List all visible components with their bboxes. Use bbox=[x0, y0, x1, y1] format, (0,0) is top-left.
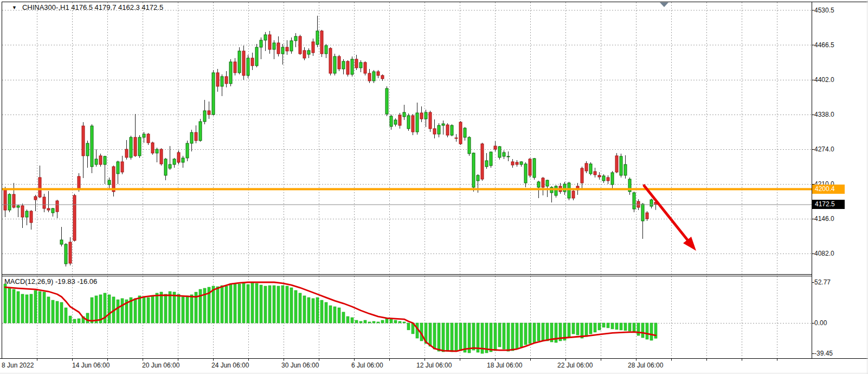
bear-candle bbox=[511, 162, 514, 165]
macd-histogram-bar bbox=[572, 323, 575, 334]
macd-histogram-bar bbox=[38, 291, 41, 323]
macd-histogram-bar bbox=[503, 323, 505, 349]
bear-candle bbox=[12, 194, 15, 207]
bull-candle bbox=[186, 143, 189, 158]
macd-histogram-bar bbox=[429, 323, 432, 346]
macd-histogram-bar bbox=[611, 323, 614, 329]
macd-histogram-bar bbox=[307, 297, 310, 323]
trend-arrow-annotation[interactable] bbox=[644, 186, 696, 251]
macd-histogram-bar bbox=[490, 323, 492, 352]
bull-candle bbox=[342, 61, 345, 69]
bull-candle bbox=[238, 51, 241, 73]
chart-dropdown-icon[interactable]: ▼ bbox=[12, 5, 17, 10]
macd-histogram-bar bbox=[312, 299, 314, 323]
macd-histogram-bar bbox=[520, 323, 523, 347]
macd-histogram-bar bbox=[242, 283, 245, 323]
bear-candle bbox=[398, 115, 401, 125]
macd-histogram-bar bbox=[650, 323, 653, 340]
macd-histogram-bar bbox=[34, 290, 37, 323]
bull-candle bbox=[8, 194, 11, 210]
bear-candle bbox=[364, 62, 367, 73]
chart-canvas[interactable] bbox=[0, 0, 868, 374]
macd-histogram-bar bbox=[151, 296, 154, 323]
time-axis-label: 14 Jun 06:00 bbox=[72, 361, 110, 370]
macd-histogram-bar bbox=[273, 286, 275, 323]
bull-candle bbox=[143, 134, 145, 137]
bull-candle bbox=[273, 43, 275, 49]
price-axis-label: 4146.0 bbox=[814, 214, 834, 223]
macd-histogram-bar bbox=[329, 306, 332, 323]
bear-candle bbox=[151, 143, 154, 153]
bear-candle bbox=[368, 73, 371, 81]
macd-axis-label: 52.77 bbox=[814, 278, 831, 287]
macd-histogram-bar bbox=[12, 289, 15, 323]
macd-histogram-bar bbox=[624, 323, 627, 331]
bull-candle bbox=[390, 116, 393, 126]
bear-candle bbox=[216, 73, 219, 86]
bear-candle bbox=[225, 77, 228, 84]
bear-candle bbox=[346, 61, 349, 74]
bull-candle bbox=[260, 40, 262, 47]
macd-histogram-bar bbox=[86, 313, 89, 323]
macd-histogram-bar bbox=[433, 323, 436, 349]
macd-histogram-bar bbox=[69, 316, 72, 323]
time-axis-label: 8 Jun 2022 bbox=[2, 361, 34, 370]
bull-candle bbox=[641, 204, 644, 221]
bear-candle bbox=[598, 175, 601, 177]
bear-candle bbox=[134, 137, 137, 156]
macd-histogram-bar bbox=[637, 323, 640, 335]
macd-histogram-bar bbox=[134, 299, 137, 323]
time-axis-label: 28 Jul 06:00 bbox=[628, 361, 663, 370]
bull-candle bbox=[394, 120, 397, 124]
bull-candle bbox=[620, 156, 622, 175]
bear-candle bbox=[56, 201, 59, 212]
chart-shift-marker-icon[interactable] bbox=[660, 3, 668, 8]
bear-candle bbox=[615, 156, 618, 172]
macd-histogram-bar bbox=[546, 323, 549, 341]
bull-candle bbox=[351, 59, 353, 74]
bull-candle bbox=[290, 41, 293, 51]
bull-candle bbox=[568, 183, 570, 198]
time-axis-label: 22 Jul 06:00 bbox=[557, 361, 593, 370]
macd-histogram-bar bbox=[182, 297, 184, 323]
macd-histogram-bar bbox=[472, 323, 475, 350]
macd-histogram-bar bbox=[403, 322, 406, 323]
macd-histogram-bar bbox=[607, 323, 609, 328]
macd-histogram-bar bbox=[398, 321, 401, 323]
macd-histogram-bar bbox=[364, 320, 367, 323]
bear-candle bbox=[312, 42, 314, 53]
bull-candle bbox=[173, 159, 176, 164]
bull-candle bbox=[485, 161, 488, 167]
chart-title: ▼CHINA300-,H1 4176.5 4179.7 4162.3 4172.… bbox=[12, 3, 163, 11]
macd-histogram-bar bbox=[333, 307, 336, 323]
macd-histogram-bar bbox=[216, 287, 219, 323]
bull-candle bbox=[403, 112, 406, 117]
bear-candle bbox=[299, 36, 301, 54]
bear-candle bbox=[455, 138, 458, 138]
macd-histogram-bar bbox=[442, 323, 445, 352]
macd-histogram-bar bbox=[455, 323, 458, 351]
chart-title-text: CHINA300-,H1 4176.5 4179.7 4162.3 4172.5 bbox=[22, 3, 163, 11]
bull-candle bbox=[325, 46, 327, 54]
bear-candle bbox=[481, 144, 484, 179]
macd-histogram-bar bbox=[229, 284, 232, 323]
macd-histogram-bar bbox=[598, 323, 601, 330]
arrow-shaft[interactable] bbox=[644, 186, 687, 240]
bear-candle bbox=[338, 56, 340, 69]
macd-histogram-bar bbox=[177, 294, 180, 323]
macd-histogram-bar bbox=[524, 323, 527, 345]
macd-histogram-bar bbox=[529, 323, 531, 344]
time-axis-label: 12 Jul 06:00 bbox=[416, 361, 452, 370]
bear-candle bbox=[195, 132, 197, 141]
bear-candle bbox=[99, 156, 102, 164]
bear-candle bbox=[381, 75, 384, 79]
macd-histogram-bar bbox=[234, 283, 236, 323]
bear-candle bbox=[303, 50, 306, 58]
bull-candle bbox=[537, 182, 540, 187]
macd-layer bbox=[4, 282, 657, 353]
bear-candle bbox=[160, 149, 163, 164]
macd-histogram-bar bbox=[542, 323, 544, 340]
bull-candle bbox=[25, 211, 28, 217]
macd-histogram-bar bbox=[268, 286, 271, 323]
bull-candle bbox=[624, 164, 627, 175]
